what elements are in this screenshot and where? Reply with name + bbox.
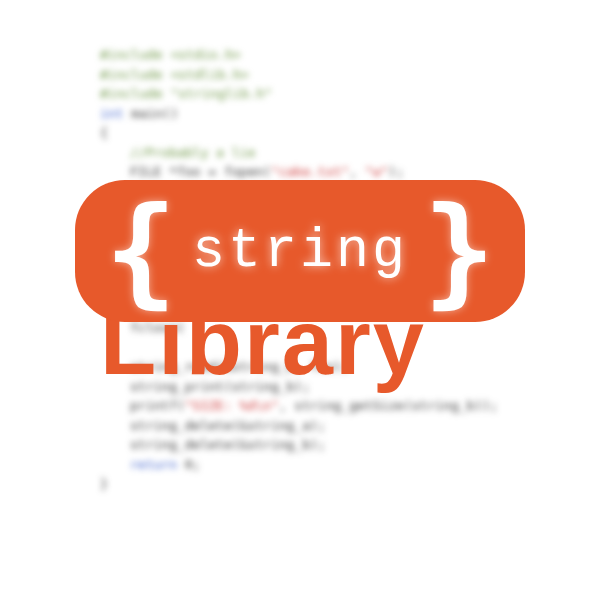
code-line: string_delete(&string_a);: [130, 416, 498, 436]
logo-badge: { string }: [75, 180, 525, 322]
code-text: ,: [349, 164, 365, 179]
code-line: #include <stdlib.h>: [100, 67, 249, 82]
code-string: "w": [365, 164, 388, 179]
brace-left-icon: {: [105, 215, 177, 287]
code-string: "cake.txt": [271, 164, 349, 179]
code-line: string_delete(&string_b);: [130, 435, 498, 455]
code-text: main(): [123, 106, 178, 121]
code-keyword: return: [130, 457, 177, 472]
code-keyword: int: [100, 106, 123, 121]
code-string: "SIZE: %d\n": [185, 398, 279, 413]
logo: { string } Library: [75, 180, 525, 395]
code-comment: //Probably a lie: [130, 145, 255, 160]
code-line: }: [100, 474, 498, 494]
code-line: #include <stdio.h>: [100, 47, 241, 62]
code-line: #include "stringlib.h": [100, 86, 272, 101]
code-text: 0;: [177, 457, 200, 472]
logo-title: string: [192, 220, 408, 283]
code-text: FILE *foo = fopen(: [130, 164, 271, 179]
code-line: {: [100, 123, 498, 143]
brace-right-icon: }: [423, 215, 495, 287]
code-text: , string_getSize(string_b));: [279, 398, 498, 413]
code-text: );: [388, 164, 404, 179]
code-text: printf(: [130, 398, 185, 413]
